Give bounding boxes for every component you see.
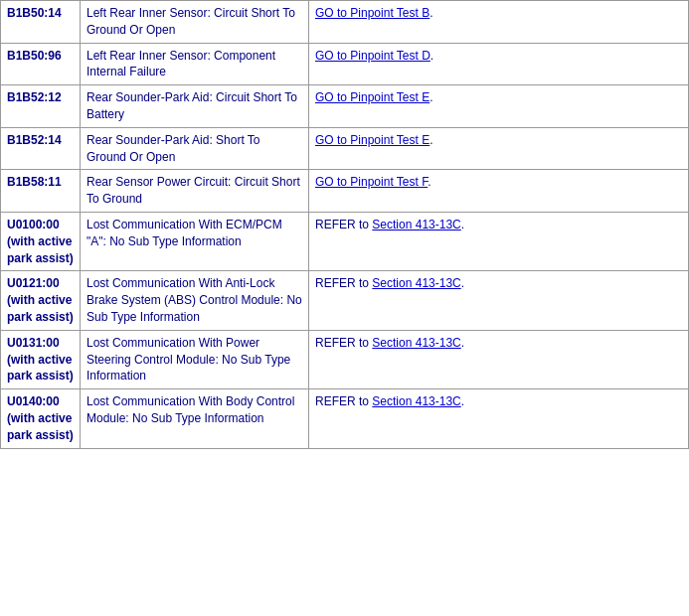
dtc-action: REFER to Section 413-13C. [309,331,689,388]
dtc-code: U0131:00 (with active park assist) [1,331,81,388]
table-row: B1B50:14Left Rear Inner Sensor: Circuit … [1,1,689,44]
table-row: U0100:00 (with active park assist)Lost C… [1,213,689,271]
dtc-action: GO to Pinpoint Test B. [309,1,689,43]
section-link[interactable]: Section 413-13C [372,394,460,408]
dtc-code: U0121:00 (with active park assist) [1,271,81,329]
table-row: U0121:00 (with active park assist)Lost C… [1,271,689,330]
dtc-description: Lost Communication With Power Steering C… [81,331,309,388]
dtc-table: B1B50:14Left Rear Inner Sensor: Circuit … [0,0,689,449]
pinpoint-test-link[interactable]: GO to Pinpoint Test D [315,49,431,63]
table-row: B1B58:11Rear Sensor Power Circuit: Circu… [1,170,689,213]
pinpoint-test-link[interactable]: GO to Pinpoint Test B [315,6,430,20]
dtc-description: Lost Communication With ECM/PCM "A": No … [81,213,309,270]
dtc-description: Lost Communication With Body Control Mod… [81,389,309,447]
table-row: U0131:00 (with active park assist)Lost C… [1,331,689,389]
dtc-action: GO to Pinpoint Test E. [309,85,689,127]
section-link[interactable]: Section 413-13C [372,276,460,290]
pinpoint-test-link[interactable]: GO to Pinpoint Test F [315,175,428,189]
dtc-action: GO to Pinpoint Test F. [309,170,689,212]
dtc-action: REFER to Section 413-13C. [309,389,689,447]
table-row: B1B52:14Rear Sounder-Park Aid: Short To … [1,128,689,171]
dtc-code: B1B50:96 [1,44,81,85]
dtc-code: B1B52:14 [1,128,81,170]
pinpoint-test-link[interactable]: GO to Pinpoint Test E [315,133,430,147]
dtc-description: Lost Communication With Anti-Lock Brake … [81,271,309,329]
dtc-description: Left Rear Inner Sensor: Component Intern… [81,44,309,85]
section-link[interactable]: Section 413-13C [372,336,460,350]
dtc-description: Left Rear Inner Sensor: Circuit Short To… [81,1,309,43]
table-row: B1B52:12Rear Sounder-Park Aid: Circuit S… [1,85,689,128]
dtc-code: U0100:00 (with active park assist) [1,213,81,270]
dtc-description: Rear Sensor Power Circuit: Circuit Short… [81,170,309,212]
dtc-description: Rear Sounder-Park Aid: Short To Ground O… [81,128,309,170]
section-link[interactable]: Section 413-13C [372,218,460,231]
dtc-action: GO to Pinpoint Test D. [309,44,689,85]
dtc-code: B1B58:11 [1,170,81,212]
table-row: B1B50:96Left Rear Inner Sensor: Componen… [1,44,689,86]
dtc-action: REFER to Section 413-13C. [309,271,689,329]
table-row: U0140:00 (with active park assist)Lost C… [1,389,689,448]
dtc-code: B1B50:14 [1,1,81,43]
dtc-action: GO to Pinpoint Test E. [309,128,689,170]
dtc-description: Rear Sounder-Park Aid: Circuit Short To … [81,85,309,127]
dtc-code: B1B52:12 [1,85,81,127]
dtc-code: U0140:00 (with active park assist) [1,389,81,447]
dtc-action: REFER to Section 413-13C. [309,213,689,270]
pinpoint-test-link[interactable]: GO to Pinpoint Test E [315,90,430,104]
